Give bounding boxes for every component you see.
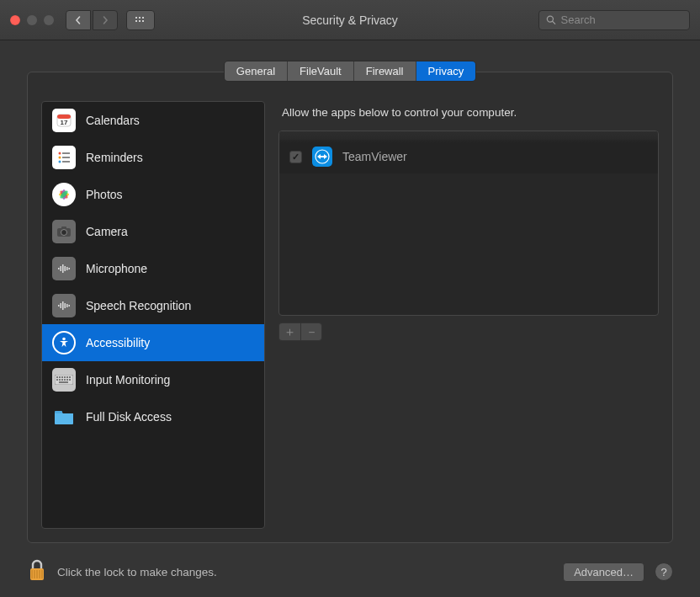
svg-rect-52 [56, 379, 58, 381]
svg-rect-42 [66, 304, 68, 307]
remove-app-button: － [300, 322, 322, 341]
speech-icon [52, 294, 76, 317]
tab-privacy[interactable]: Privacy [416, 61, 476, 81]
sidebar-item-photos[interactable]: Photos [42, 176, 264, 213]
right-pane: Allow the apps below to control your com… [278, 101, 659, 529]
privacy-category-list[interactable]: 17 Calendars Reminders Photos [41, 101, 265, 529]
tab-bar-inner: General FileVault Firewall Privacy [224, 61, 476, 82]
svg-rect-20 [62, 152, 70, 154]
svg-point-30 [61, 230, 67, 236]
svg-rect-40 [62, 301, 64, 310]
folder-icon [52, 405, 76, 429]
forward-button [93, 10, 118, 30]
svg-rect-61 [321, 156, 324, 157]
app-checkbox[interactable]: ✓ [289, 151, 302, 163]
sidebar-item-label: Accessibility [86, 336, 150, 349]
sidebar-item-full-disk[interactable]: Full Disk Access [42, 398, 264, 435]
titlebar: Security & Privacy [0, 0, 700, 40]
show-all-button[interactable] [126, 10, 155, 30]
svg-point-44 [62, 338, 66, 341]
svg-rect-39 [61, 303, 62, 308]
tab-filevault[interactable]: FileVault [288, 61, 354, 81]
svg-rect-56 [66, 379, 68, 381]
search-icon [546, 14, 556, 25]
app-name-label: TeamViewer [342, 150, 407, 163]
lock-button[interactable] [27, 558, 47, 585]
sidebar-item-calendars[interactable]: 17 Calendars [42, 102, 264, 139]
sidebar-item-label: Microphone [86, 262, 147, 275]
svg-rect-47 [59, 376, 61, 378]
svg-text:17: 17 [61, 119, 68, 126]
sidebar-item-accessibility[interactable]: Accessibility [42, 324, 264, 361]
svg-rect-11 [135, 20, 137, 22]
svg-rect-51 [69, 376, 71, 378]
sidebar-item-label: Input Monitoring [86, 373, 170, 386]
svg-rect-10 [142, 17, 144, 19]
privacy-panel: 17 Calendars Reminders Photos [27, 72, 673, 543]
zoom-window-button[interactable] [44, 15, 54, 25]
lock-icon [27, 558, 47, 582]
advanced-button[interactable]: Advanced… [563, 562, 644, 582]
sidebar-item-input-monitoring[interactable]: Input Monitoring [42, 361, 264, 398]
tab-bar: General FileVault Firewall Privacy [27, 61, 673, 82]
search-field-wrapper[interactable] [538, 10, 690, 30]
help-button[interactable]: ? [655, 562, 673, 581]
svg-point-19 [59, 152, 61, 155]
camera-icon [52, 220, 76, 243]
close-window-button[interactable] [10, 15, 20, 25]
tab-general[interactable]: General [225, 61, 288, 81]
microphone-icon [52, 257, 76, 280]
svg-rect-31 [61, 227, 66, 229]
sidebar-item-label: Calendars [86, 114, 140, 127]
svg-rect-33 [61, 266, 62, 271]
svg-rect-35 [65, 266, 66, 271]
svg-rect-55 [64, 379, 66, 381]
window-title: Security & Privacy [302, 13, 398, 27]
svg-rect-50 [66, 376, 68, 378]
svg-rect-24 [62, 161, 70, 163]
app-row-teamviewer[interactable]: ✓ TeamViewer [279, 140, 658, 173]
calendar-icon: 17 [52, 109, 76, 132]
svg-rect-37 [69, 268, 71, 269]
sidebar-item-label: Reminders [86, 151, 143, 164]
tab-firewall[interactable]: Firewall [354, 61, 416, 81]
accessibility-icon [52, 331, 76, 354]
grid-icon [135, 16, 146, 24]
search-input[interactable] [561, 13, 682, 26]
svg-rect-9 [139, 17, 141, 19]
app-list[interactable]: ✓ TeamViewer [278, 131, 659, 316]
sidebar-item-microphone[interactable]: Microphone [42, 250, 264, 287]
reminders-icon [52, 146, 76, 169]
sidebar-item-camera[interactable]: Camera [42, 213, 264, 250]
sidebar-item-label: Photos [86, 188, 123, 201]
svg-rect-32 [58, 268, 60, 269]
sidebar-item-label: Camera [86, 225, 128, 238]
svg-rect-12 [139, 20, 141, 22]
lock-hint-text: Click the lock to make changes. [57, 566, 217, 578]
footer: Click the lock to make changes. Advanced… [27, 558, 673, 585]
svg-point-21 [59, 157, 61, 159]
sidebar-item-speech[interactable]: Speech Recognition [42, 287, 264, 324]
svg-rect-48 [61, 376, 63, 378]
sidebar-item-label: Full Disk Access [86, 410, 172, 424]
svg-rect-58 [59, 381, 68, 383]
window-controls [10, 15, 54, 25]
minimize-window-button[interactable] [27, 15, 37, 25]
svg-rect-54 [61, 379, 63, 381]
svg-rect-36 [66, 267, 68, 270]
svg-rect-53 [59, 379, 61, 381]
svg-rect-22 [62, 157, 70, 158]
svg-rect-43 [69, 305, 71, 306]
photos-icon [52, 183, 76, 206]
svg-point-23 [59, 161, 61, 163]
nav-buttons [66, 10, 118, 30]
svg-rect-34 [62, 264, 64, 273]
preferences-window: Security & Privacy General FileVault Fir… [0, 0, 700, 597]
svg-line-15 [553, 21, 555, 24]
svg-rect-49 [64, 376, 66, 378]
back-button[interactable] [66, 10, 91, 30]
sidebar-item-reminders[interactable]: Reminders [42, 139, 264, 176]
svg-rect-8 [135, 17, 137, 19]
svg-rect-41 [65, 303, 66, 308]
add-app-button: ＋ [278, 322, 300, 341]
